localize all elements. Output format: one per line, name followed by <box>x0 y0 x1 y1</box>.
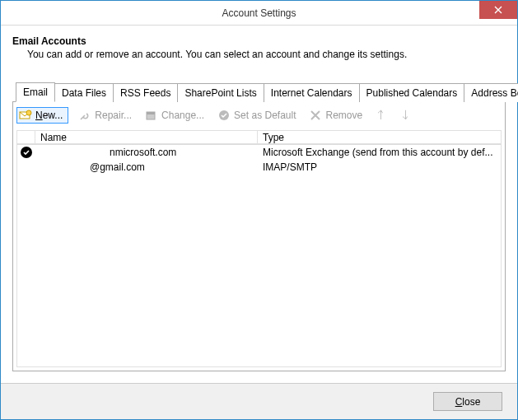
account-name-suffix: @gmail.com <box>90 161 145 173</box>
tab-rss-feeds[interactable]: RSS Feeds <box>113 83 178 102</box>
change-button-label: Change... <box>161 110 204 121</box>
repair-button-label: Repair... <box>95 110 132 121</box>
change-icon <box>145 109 158 122</box>
set-default-button-label: Set as Default <box>234 110 296 121</box>
account-type: IMAP/SMTP <box>258 161 501 173</box>
move-down-button[interactable]: 🡓 <box>397 107 415 124</box>
repair-button[interactable]: Repair... <box>75 107 135 124</box>
tab-published-calendars[interactable]: Published Calendars <box>359 83 465 102</box>
tab-label: Email <box>23 86 48 98</box>
arrow-down-icon: 🡓 <box>400 109 412 122</box>
account-name: xxxxxxxxxxxxxxnmicrosoft.com <box>35 147 258 158</box>
mail-new-icon <box>19 109 32 122</box>
tab-label: RSS Feeds <box>120 87 170 99</box>
close-button-label: Close <box>455 396 481 408</box>
page-heading: Email Accounts <box>12 35 506 47</box>
repair-icon <box>78 109 91 122</box>
account-name: xxxxxxxxxx@gmail.com <box>35 161 258 173</box>
tab-label: Address Books <box>471 87 518 99</box>
content-area: Email Accounts You can add or remove an … <box>1 26 517 383</box>
svg-rect-3 <box>147 112 155 114</box>
list-body: xxxxxxxxxxxxxxnmicrosoft.com Microsoft E… <box>16 145 502 367</box>
account-settings-window: Account Settings Email Accounts You can … <box>0 0 518 420</box>
col-name[interactable]: Name <box>35 130 257 144</box>
check-circle-icon <box>217 109 231 122</box>
tab-internet-calendars[interactable]: Internet Calendars <box>264 83 360 102</box>
tab-label: Internet Calendars <box>271 87 352 99</box>
new-button-label: New... <box>35 110 63 121</box>
check-circle-icon <box>21 147 32 158</box>
account-type: Microsoft Exchange (send from this accou… <box>258 147 501 158</box>
tab-address-books[interactable]: Address Books <box>464 83 518 102</box>
tab-label: SharePoint Lists <box>184 87 256 99</box>
close-icon <box>492 3 505 16</box>
move-up-button[interactable]: 🡑 <box>372 107 390 124</box>
window-title: Account Settings <box>222 7 296 19</box>
tab-sharepoint-lists[interactable]: SharePoint Lists <box>177 83 264 102</box>
tabstrip: Email Data Files RSS Feeds SharePoint Li… <box>12 82 506 102</box>
new-button[interactable]: New... <box>16 107 68 124</box>
table-row[interactable]: xxxxxxxxxxxxxxnmicrosoft.com Microsoft E… <box>17 145 501 160</box>
page-subheading: You can add or remove an account. You ca… <box>27 49 506 60</box>
toolbar: New... Repair... Change... Set as Defaul… <box>12 102 506 128</box>
tab-email[interactable]: Email <box>16 82 55 102</box>
svg-point-1 <box>26 110 31 115</box>
list-header: Name Type <box>16 130 502 145</box>
tab-data-files[interactable]: Data Files <box>54 83 114 102</box>
titlebar: Account Settings <box>1 1 517 26</box>
footer: Close Close <box>1 383 517 419</box>
close-button[interactable]: Close Close <box>433 392 502 411</box>
col-type[interactable]: Type <box>257 130 502 144</box>
tab-label: Published Calendars <box>366 87 458 99</box>
default-indicator <box>17 147 35 158</box>
account-name-suffix: nmicrosoft.com <box>110 147 176 158</box>
accounts-list: Name Type xxxxxxxxxxxxxxnmicrosoft.com M… <box>12 128 506 371</box>
change-button[interactable]: Change... <box>142 107 208 124</box>
col-default[interactable] <box>16 130 35 144</box>
arrow-up-icon: 🡑 <box>376 109 387 122</box>
set-default-button[interactable]: Set as Default <box>214 107 299 124</box>
table-row[interactable]: xxxxxxxxxx@gmail.com IMAP/SMTP <box>17 160 501 175</box>
remove-icon <box>309 109 322 122</box>
window-close-button[interactable] <box>479 1 517 19</box>
tab-label: Data Files <box>62 87 106 99</box>
remove-button[interactable]: Remove <box>306 107 366 124</box>
remove-button-label: Remove <box>325 110 362 121</box>
